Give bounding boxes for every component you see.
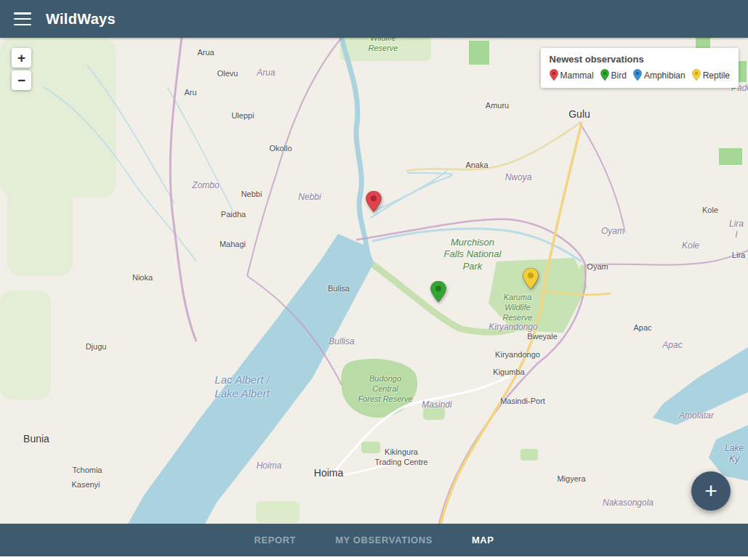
observation-marker-bird[interactable] xyxy=(430,281,446,303)
legend-pin-icon-mammal xyxy=(550,69,558,81)
bottom-strip xyxy=(0,556,748,560)
observation-marker-mammal[interactable] xyxy=(366,191,382,213)
legend-item-mammal: Mammal xyxy=(550,69,594,81)
tab-map[interactable]: MAP xyxy=(472,535,494,545)
legend-item-reptile: Reptile xyxy=(692,69,730,81)
zoom-out-button[interactable]: − xyxy=(12,70,31,90)
legend-pin-icon-bird xyxy=(600,69,609,81)
legend-item-label: Reptile xyxy=(703,70,730,81)
legend-item-label: Mammal xyxy=(560,70,594,81)
legend-pin-icon-amphibian xyxy=(633,69,642,81)
observation-marker-reptile[interactable] xyxy=(523,268,539,290)
legend-item-bird: Bird xyxy=(600,69,627,81)
tab-my-observations[interactable]: MY OBSERVATIONS xyxy=(335,535,433,545)
zoom-control: + − xyxy=(12,48,31,90)
add-observation-fab[interactable]: + xyxy=(691,471,731,511)
legend-item-label: Amphibian xyxy=(644,70,685,81)
legend-item-amphibian: Amphibian xyxy=(633,69,685,81)
bottom-navigation: REPORTMY OBSERVATIONSMAP xyxy=(0,524,748,556)
menu-icon[interactable] xyxy=(14,12,31,25)
tab-report[interactable]: REPORT xyxy=(254,535,296,545)
app-title: WildWays xyxy=(46,11,116,28)
legend-item-label: Bird xyxy=(611,70,627,81)
legend-pin-icon-reptile xyxy=(692,69,701,81)
observations-legend: Newest observations MammalBirdAmphibianR… xyxy=(541,48,739,88)
legend-title: Newest observations xyxy=(550,54,730,65)
app-bar: WildWays xyxy=(0,0,748,38)
zoom-in-button[interactable]: + xyxy=(12,48,31,68)
legend-items: MammalBirdAmphibianReptile xyxy=(550,69,730,81)
